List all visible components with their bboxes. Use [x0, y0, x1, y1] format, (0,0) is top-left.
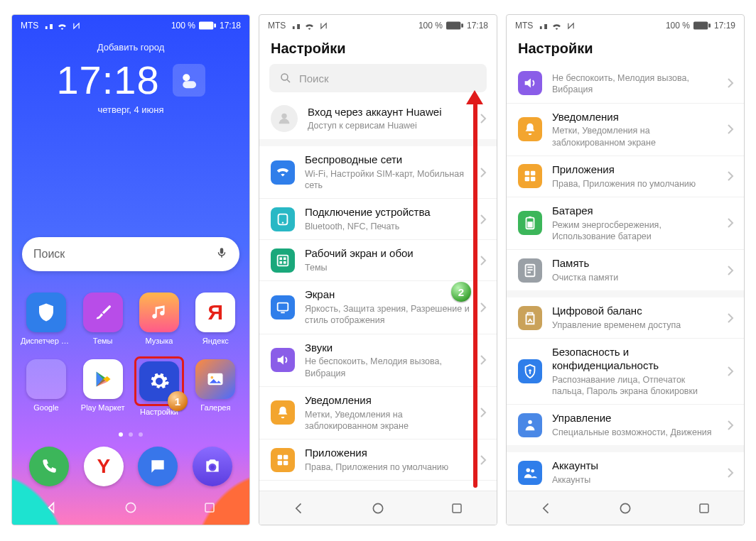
item-security-icon [518, 359, 542, 383]
svg-rect-31 [708, 23, 711, 28]
dock-browser-yandex[interactable]: Y [80, 447, 129, 486]
gear-icon [148, 371, 170, 392]
item-sub: Метки, Уведомления на заблокированном эк… [552, 125, 717, 148]
item-notifications[interactable]: УведомленияМетки, Уведомления на заблоки… [507, 103, 744, 155]
item-huawei-login[interactable]: Вход через аккаунт Huawei Доступ к серви… [259, 98, 497, 139]
item-sounds[interactable]: ЗвукиНе беспокоить, Мелодия вызова, Вибр… [259, 334, 497, 386]
nav-home[interactable] [119, 496, 143, 520]
app-label: Яндекс [202, 337, 229, 346]
svg-rect-0 [199, 21, 213, 29]
app-themes[interactable]: Темы [77, 293, 128, 346]
battery-pct-label: 100 % [418, 21, 443, 31]
item-smart-assist[interactable]: УправлениеСпециальные возможности, Движе… [507, 404, 744, 445]
svg-point-28 [373, 503, 382, 513]
battery-pct-label: 100 % [171, 21, 195, 31]
item-sounds-icon [271, 348, 295, 372]
item-sounds-cont-icon [518, 71, 542, 95]
item-sub: Режим энергосбережения, Использование ба… [552, 219, 717, 243]
dock-messages[interactable] [134, 447, 183, 486]
nav-recent[interactable] [198, 496, 222, 520]
dock-phone[interactable] [25, 447, 74, 486]
svg-rect-21 [284, 454, 288, 459]
item-home-wallpaper[interactable]: Рабочий экран и обоиТемы [259, 239, 497, 280]
item-apps[interactable]: ПриложенияПрава, Приложения по умолчанию [507, 155, 744, 197]
svg-point-43 [531, 469, 534, 472]
chevron-right-icon [727, 124, 734, 135]
item-accounts[interactable]: АккаунтыАккаунты [507, 452, 744, 491]
item-connections[interactable]: Подключение устройстваBluetooth, NFC, Пе… [259, 198, 497, 239]
item-title: Аккаунты [552, 459, 717, 473]
page-title: Настройки [507, 36, 744, 64]
item-title: Рабочий экран и обои [305, 247, 470, 261]
app-gallery[interactable]: Галерея [190, 359, 241, 417]
item-smart-assist-icon [518, 413, 542, 437]
clock-widget[interactable]: 17:18 [23, 57, 238, 103]
app-play-store[interactable]: Play Маркет [77, 359, 128, 417]
play-icon [93, 369, 113, 389]
item-battery[interactable]: БатареяРежим энергосбережения, Использов… [259, 480, 497, 491]
mic-icon[interactable] [215, 245, 228, 263]
chevron-right-icon [727, 420, 734, 431]
item-title: Приложения [552, 163, 717, 177]
nav-home[interactable] [366, 496, 390, 520]
settings-search[interactable]: Поиск [269, 64, 487, 92]
app-settings[interactable]: 1 Настройки [134, 359, 184, 417]
carrier-label: MTS [268, 21, 286, 31]
svg-point-13 [282, 222, 284, 223]
item-notifications-icon [271, 400, 295, 425]
svg-rect-8 [446, 21, 460, 29]
nav-recent[interactable] [445, 496, 469, 520]
nav-back[interactable] [40, 496, 64, 520]
shield-icon [36, 302, 57, 323]
svg-rect-20 [278, 454, 282, 459]
svg-rect-14 [278, 255, 288, 266]
status-bar: MTS 100 % 17:18 [259, 15, 497, 36]
item-title: Приложения [305, 447, 470, 460]
svg-rect-1 [214, 23, 216, 28]
svg-rect-16 [284, 257, 286, 260]
app-google-folder[interactable]: Google [21, 359, 72, 417]
item-storage[interactable]: ПамятьОчистка памяти [507, 249, 744, 290]
home-search-bar[interactable]: Поиск [22, 237, 239, 271]
wifi-icon [304, 22, 315, 30]
item-battery[interactable]: БатареяРежим энергосбережения, Использов… [507, 197, 744, 249]
svg-point-2 [183, 74, 190, 81]
item-wireless[interactable]: Беспроводные сетиWi-Fi, Настройки SIM-ка… [259, 146, 497, 198]
item-notifications[interactable]: УведомленияМетки, Уведомления на заблоки… [259, 386, 497, 439]
item-sub: Специальные возможности, Движения [552, 427, 717, 438]
carrier-label: MTS [515, 21, 533, 31]
item-title: Подключение устройства [305, 206, 470, 219]
app-yandex[interactable]: Я Яндекс [190, 293, 241, 346]
nav-recent[interactable] [692, 496, 716, 520]
battery-icon [199, 21, 216, 30]
item-title: Звуки [305, 341, 470, 355]
callout-marker-2: 2 [451, 282, 471, 302]
signal-icon [43, 22, 53, 29]
app-music[interactable]: Музыка [134, 293, 184, 346]
item-sub: Метки, Уведомления на заблокированном эк… [305, 409, 470, 432]
svg-point-5 [210, 465, 215, 469]
item-sub: Очистка памяти [552, 272, 717, 283]
app-phone-manager[interactable]: Диспетчер телефона [21, 293, 72, 346]
item-sub: Доступ к сервисам Huawei [308, 120, 470, 131]
nav-back[interactable] [287, 496, 311, 520]
music-icon [150, 303, 168, 322]
svg-rect-17 [279, 261, 282, 264]
item-title: Безопасность и конфиденциальность [552, 346, 717, 373]
app-grid: Диспетчер телефона Темы Музыка Я Яндекс [12, 293, 249, 417]
settings-list[interactable]: Не беспокоить, Мелодия вызова, ВибрацияУ… [507, 64, 744, 491]
app-label: Темы [93, 337, 113, 346]
callout-marker-1: 1 [168, 391, 188, 411]
item-sub: Аккаунты [552, 474, 717, 486]
item-accounts-icon [518, 461, 542, 485]
item-security[interactable]: Безопасность и конфиденциальностьРаспозн… [507, 338, 744, 404]
add-city-link[interactable]: Добавить город [23, 42, 238, 53]
nav-home[interactable] [613, 496, 637, 520]
item-sounds-cont[interactable]: Не беспокоить, Мелодия вызова, Вибрация [507, 64, 744, 103]
item-digital-balance[interactable]: Цифровой балансУправление временем досту… [507, 297, 744, 338]
item-apps[interactable]: ПриложенияПрава, Приложения по умолчанию [259, 439, 497, 480]
chevron-right-icon [727, 77, 734, 89]
dock-camera[interactable] [188, 447, 237, 486]
search-placeholder: Поиск [299, 72, 329, 84]
nav-back[interactable] [534, 496, 558, 520]
